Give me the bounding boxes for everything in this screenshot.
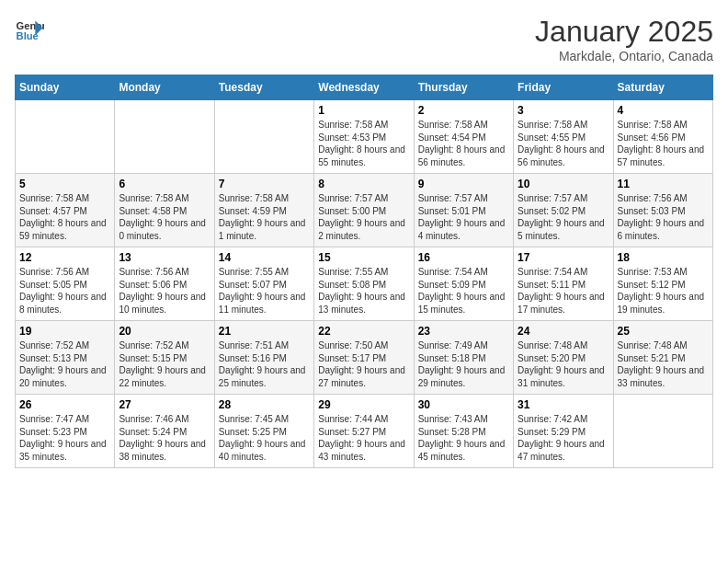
day-number: 11 <box>618 178 709 190</box>
logo: General Blue <box>15 15 44 44</box>
day-number: 30 <box>418 398 509 411</box>
cell-content: Sunrise: 7:42 AM Sunset: 5:29 PM Dayligh… <box>518 413 609 463</box>
cell-content: Sunrise: 7:52 AM Sunset: 5:15 PM Dayligh… <box>119 339 210 389</box>
day-number: 29 <box>318 398 409 411</box>
calendar-header-row: SundayMondayTuesdayWednesdayThursdayFrid… <box>16 75 713 100</box>
page-header: General Blue January 2025 Markdale, Onta… <box>15 15 713 63</box>
day-number: 25 <box>618 325 709 338</box>
cell-content: Sunrise: 7:44 AM Sunset: 5:27 PM Dayligh… <box>318 413 409 463</box>
day-number: 6 <box>119 178 210 190</box>
title-block: January 2025 Markdale, Ontario, Canada <box>535 15 713 63</box>
calendar-table: SundayMondayTuesdayWednesdayThursdayFrid… <box>15 75 713 468</box>
calendar-cell: 28Sunrise: 7:45 AM Sunset: 5:25 PM Dayli… <box>214 395 313 468</box>
weekday-header: Friday <box>514 75 613 100</box>
cell-content: Sunrise: 7:56 AM Sunset: 5:05 PM Dayligh… <box>19 266 110 316</box>
day-number: 7 <box>219 178 310 190</box>
calendar-cell: 15Sunrise: 7:55 AM Sunset: 5:08 PM Dayli… <box>314 247 414 321</box>
weekday-header: Tuesday <box>214 75 313 100</box>
day-number: 31 <box>518 398 609 411</box>
calendar-cell: 27Sunrise: 7:46 AM Sunset: 5:24 PM Dayli… <box>115 395 214 468</box>
calendar-cell: 6Sunrise: 7:58 AM Sunset: 4:58 PM Daylig… <box>115 174 214 247</box>
calendar-cell: 23Sunrise: 7:49 AM Sunset: 5:18 PM Dayli… <box>414 321 513 395</box>
cell-content: Sunrise: 7:57 AM Sunset: 5:02 PM Dayligh… <box>518 192 609 242</box>
cell-content: Sunrise: 7:57 AM Sunset: 5:01 PM Dayligh… <box>418 192 509 242</box>
calendar-cell <box>214 100 313 174</box>
day-number: 16 <box>418 251 509 264</box>
cell-content: Sunrise: 7:48 AM Sunset: 5:20 PM Dayligh… <box>518 339 609 389</box>
calendar-cell: 17Sunrise: 7:54 AM Sunset: 5:11 PM Dayli… <box>514 247 613 321</box>
cell-content: Sunrise: 7:58 AM Sunset: 4:55 PM Dayligh… <box>518 119 609 168</box>
calendar-cell: 3Sunrise: 7:58 AM Sunset: 4:55 PM Daylig… <box>514 100 613 174</box>
day-number: 24 <box>518 325 609 338</box>
day-number: 10 <box>518 178 609 190</box>
calendar-cell: 25Sunrise: 7:48 AM Sunset: 5:21 PM Dayli… <box>613 321 712 395</box>
cell-content: Sunrise: 7:43 AM Sunset: 5:28 PM Dayligh… <box>418 413 509 463</box>
cell-content: Sunrise: 7:45 AM Sunset: 5:25 PM Dayligh… <box>219 413 310 463</box>
calendar-week-row: 5Sunrise: 7:58 AM Sunset: 4:57 PM Daylig… <box>16 174 713 247</box>
cell-content: Sunrise: 7:50 AM Sunset: 5:17 PM Dayligh… <box>318 339 409 389</box>
cell-content: Sunrise: 7:48 AM Sunset: 5:21 PM Dayligh… <box>618 339 709 389</box>
day-number: 28 <box>219 398 310 411</box>
day-number: 18 <box>618 251 709 264</box>
weekday-header: Saturday <box>613 75 712 100</box>
cell-content: Sunrise: 7:58 AM Sunset: 4:53 PM Dayligh… <box>318 119 409 168</box>
calendar-cell <box>115 100 214 174</box>
cell-content: Sunrise: 7:58 AM Sunset: 4:54 PM Dayligh… <box>418 119 509 168</box>
day-number: 9 <box>418 178 509 190</box>
cell-content: Sunrise: 7:58 AM Sunset: 4:57 PM Dayligh… <box>19 192 110 242</box>
day-number: 19 <box>19 325 110 338</box>
cell-content: Sunrise: 7:47 AM Sunset: 5:23 PM Dayligh… <box>19 413 110 463</box>
day-number: 12 <box>19 251 110 264</box>
calendar-cell <box>613 395 712 468</box>
calendar-week-row: 12Sunrise: 7:56 AM Sunset: 5:05 PM Dayli… <box>16 247 713 321</box>
cell-content: Sunrise: 7:53 AM Sunset: 5:12 PM Dayligh… <box>618 266 709 316</box>
day-number: 3 <box>518 104 609 117</box>
calendar-cell: 14Sunrise: 7:55 AM Sunset: 5:07 PM Dayli… <box>214 247 313 321</box>
day-number: 1 <box>318 104 409 117</box>
calendar-week-row: 19Sunrise: 7:52 AM Sunset: 5:13 PM Dayli… <box>16 321 713 395</box>
day-number: 20 <box>119 325 210 338</box>
calendar-cell: 30Sunrise: 7:43 AM Sunset: 5:28 PM Dayli… <box>414 395 513 468</box>
calendar-cell <box>16 100 115 174</box>
calendar-cell: 31Sunrise: 7:42 AM Sunset: 5:29 PM Dayli… <box>514 395 613 468</box>
cell-content: Sunrise: 7:49 AM Sunset: 5:18 PM Dayligh… <box>418 339 509 389</box>
day-number: 26 <box>19 398 110 411</box>
logo-icon: General Blue <box>15 15 44 44</box>
calendar-cell: 13Sunrise: 7:56 AM Sunset: 5:06 PM Dayli… <box>115 247 214 321</box>
day-number: 27 <box>119 398 210 411</box>
calendar-cell: 20Sunrise: 7:52 AM Sunset: 5:15 PM Dayli… <box>115 321 214 395</box>
calendar-cell: 18Sunrise: 7:53 AM Sunset: 5:12 PM Dayli… <box>613 247 712 321</box>
calendar-body: 1Sunrise: 7:58 AM Sunset: 4:53 PM Daylig… <box>16 100 713 468</box>
cell-content: Sunrise: 7:56 AM Sunset: 5:03 PM Dayligh… <box>618 192 709 242</box>
calendar-cell: 11Sunrise: 7:56 AM Sunset: 5:03 PM Dayli… <box>613 174 712 247</box>
calendar-cell: 2Sunrise: 7:58 AM Sunset: 4:54 PM Daylig… <box>414 100 513 174</box>
calendar-cell: 9Sunrise: 7:57 AM Sunset: 5:01 PM Daylig… <box>414 174 513 247</box>
calendar-cell: 12Sunrise: 7:56 AM Sunset: 5:05 PM Dayli… <box>16 247 115 321</box>
weekday-header: Thursday <box>414 75 513 100</box>
day-number: 15 <box>318 251 409 264</box>
calendar-cell: 24Sunrise: 7:48 AM Sunset: 5:20 PM Dayli… <box>514 321 613 395</box>
cell-content: Sunrise: 7:54 AM Sunset: 5:11 PM Dayligh… <box>518 266 609 316</box>
day-number: 22 <box>318 325 409 338</box>
cell-content: Sunrise: 7:58 AM Sunset: 4:56 PM Dayligh… <box>618 119 709 168</box>
cell-content: Sunrise: 7:55 AM Sunset: 5:08 PM Dayligh… <box>318 266 409 316</box>
calendar-cell: 4Sunrise: 7:58 AM Sunset: 4:56 PM Daylig… <box>613 100 712 174</box>
calendar-cell: 26Sunrise: 7:47 AM Sunset: 5:23 PM Dayli… <box>16 395 115 468</box>
weekday-header: Wednesday <box>314 75 414 100</box>
cell-content: Sunrise: 7:55 AM Sunset: 5:07 PM Dayligh… <box>219 266 310 316</box>
calendar-cell: 16Sunrise: 7:54 AM Sunset: 5:09 PM Dayli… <box>414 247 513 321</box>
day-number: 13 <box>119 251 210 264</box>
cell-content: Sunrise: 7:51 AM Sunset: 5:16 PM Dayligh… <box>219 339 310 389</box>
svg-text:Blue: Blue <box>17 30 39 41</box>
calendar-week-row: 1Sunrise: 7:58 AM Sunset: 4:53 PM Daylig… <box>16 100 713 174</box>
calendar-cell: 19Sunrise: 7:52 AM Sunset: 5:13 PM Dayli… <box>16 321 115 395</box>
calendar-cell: 5Sunrise: 7:58 AM Sunset: 4:57 PM Daylig… <box>16 174 115 247</box>
day-number: 23 <box>418 325 509 338</box>
day-number: 8 <box>318 178 409 190</box>
calendar-week-row: 26Sunrise: 7:47 AM Sunset: 5:23 PM Dayli… <box>16 395 713 468</box>
day-number: 2 <box>418 104 509 117</box>
day-number: 21 <box>219 325 310 338</box>
weekday-header: Sunday <box>16 75 115 100</box>
location: Markdale, Ontario, Canada <box>535 49 713 63</box>
cell-content: Sunrise: 7:52 AM Sunset: 5:13 PM Dayligh… <box>19 339 110 389</box>
